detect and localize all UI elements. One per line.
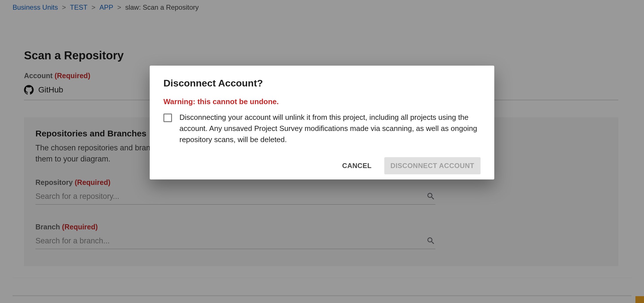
dialog-actions: CANCEL DISCONNECT ACCOUNT	[163, 157, 481, 174]
modal-overlay[interactable]: Disconnect Account? Warning: this cannot…	[0, 0, 644, 303]
dialog-body: Disconnecting your account will unlink i…	[179, 112, 481, 145]
disconnect-account-button[interactable]: DISCONNECT ACCOUNT	[384, 157, 481, 174]
dialog-title: Disconnect Account?	[163, 78, 481, 89]
disconnect-account-dialog: Disconnect Account? Warning: this cannot…	[150, 66, 494, 179]
dialog-warning: Warning: this cannot be undone.	[163, 97, 481, 106]
confirm-checkbox[interactable]	[163, 114, 172, 122]
cancel-button[interactable]: CANCEL	[336, 157, 378, 174]
